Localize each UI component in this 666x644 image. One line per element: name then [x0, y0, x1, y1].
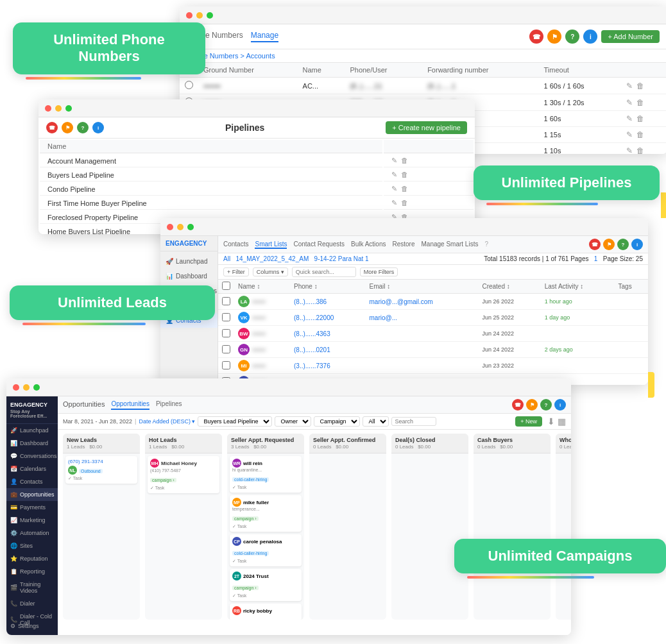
sidebar-item-payments[interactable]: 💳 Payments — [6, 501, 58, 514]
sidebar-item-sites[interactable]: 🌐 Sites — [6, 539, 58, 552]
row-checkbox[interactable] — [222, 297, 230, 305]
sidebar-item-launchpad[interactable]: 🚀Launchpad — [160, 254, 218, 269]
created-cell: Jun 23 2022 — [478, 358, 540, 374]
edit-icon[interactable]: ✎ — [391, 199, 397, 207]
edit-icon[interactable]: ✎ — [626, 114, 633, 123]
filter-btn[interactable]: + Filter — [223, 267, 249, 276]
sidebar-item-opportunities[interactable]: 💼 Opportunities — [6, 488, 58, 501]
phone-header-right: ☎ ⚑ ? i + Add Number — [529, 30, 660, 44]
opportunities-window: ENGAGENCY Stop Any Foreclosure Eff... 🚀 … — [6, 378, 571, 635]
delete-icon[interactable]: 🗑 — [401, 171, 408, 179]
card-phone: (410) 797-5487 — [150, 468, 217, 473]
pipeline-name-cell: Condo Pipeline — [40, 183, 382, 196]
col-meta: 1 Leads $0.00 — [67, 444, 136, 450]
row-checkbox[interactable] — [222, 345, 230, 353]
sidebar-item-settings[interactable]: ⚙ Settings — [6, 620, 43, 632]
timeout-cell: 1 60s / 1 60s — [539, 78, 622, 94]
sidebar-item-dashboard[interactable]: 📊 Dashboard — [6, 437, 58, 450]
add-number-button[interactable]: + Add Number — [601, 30, 660, 43]
row-checkbox[interactable] — [222, 329, 230, 337]
row-radio[interactable] — [185, 81, 193, 89]
edit-icon[interactable]: ✎ — [626, 146, 633, 154]
columns-btn[interactable]: Columns ▾ — [253, 267, 288, 276]
download-icon[interactable]: ⬇ — [547, 416, 555, 427]
edit-icon[interactable]: ✎ — [626, 81, 633, 90]
card-name: carole penalosa — [243, 539, 282, 545]
contacts-icon: 👤 — [10, 479, 17, 485]
sidebar-item-launchpad[interactable]: 🚀 Launchpad — [6, 424, 58, 437]
help-icon: ? — [484, 241, 488, 249]
opp-search-input[interactable] — [391, 417, 436, 426]
dashboard-icon: 📊 — [166, 273, 173, 280]
edit-icon[interactable]: ✎ — [391, 157, 397, 165]
minimize-dot — [23, 384, 30, 391]
marketing-icon: 📈 — [10, 517, 17, 523]
bubble-pipelines-text: Unlimited Pipelines — [502, 174, 632, 191]
delete-icon[interactable]: 🗑 — [401, 185, 408, 193]
quick-search-input[interactable] — [292, 267, 356, 277]
tab-contact-requests[interactable]: Contact Requests — [293, 241, 345, 249]
card-tag: cold-caller-hiring — [232, 551, 269, 555]
delete-icon[interactable]: 🗑 — [636, 146, 644, 154]
tab-contacts[interactable]: Contacts — [223, 241, 248, 249]
row-checkbox-cell — [218, 326, 234, 342]
delete-icon[interactable]: 🗑 — [401, 199, 408, 207]
sidebar-item-calendars[interactable]: 📅 Calendars — [6, 462, 58, 475]
tab-restore[interactable]: Restore — [392, 241, 414, 249]
edit-icon[interactable]: ✎ — [626, 98, 633, 107]
card-tag: campaign › — [232, 586, 259, 590]
tab-opportunities[interactable]: Opportunities — [111, 400, 149, 410]
tab-smart-lists[interactable]: Smart Lists — [255, 241, 287, 249]
delete-icon[interactable]: 🗑 — [636, 98, 644, 107]
edit-icon[interactable]: ✎ — [391, 171, 397, 179]
opp-tabs: Opportunities Opportunities Pipelines — [63, 400, 182, 410]
edit-icon[interactable]: ✎ — [626, 130, 633, 139]
sidebar-item-conversations[interactable]: 💬 Conversations — [6, 450, 58, 462]
tab-manage[interactable]: Manage — [251, 31, 278, 42]
contacts-main: Contacts Smart Lists Contact Requests Bu… — [218, 236, 648, 385]
sidebar-item-dashboard[interactable]: 📊Dashboard — [160, 269, 218, 284]
gradient-bar — [22, 323, 146, 325]
sidebar-item-reporting[interactable]: 📋 Reporting — [6, 565, 58, 578]
view-toggle-icon[interactable]: ▦ — [558, 416, 566, 427]
all-filter[interactable]: All — [363, 416, 389, 427]
row-checkbox[interactable] — [222, 361, 230, 369]
contacts-topbar-icons: ☎ ⚑ ? i — [589, 239, 643, 250]
campaign-filter[interactable]: Campaign — [314, 416, 360, 427]
col-timeout: Timeout — [539, 63, 622, 78]
avatar: VK — [238, 312, 250, 323]
pipeline-name-cell: Buyers Lead Pipeline — [40, 169, 382, 182]
create-pipeline-button[interactable]: + Create new pipeline — [386, 121, 467, 134]
delete-icon[interactable]: 🗑 — [636, 114, 644, 123]
created-cell: Jun 25 2022 — [478, 310, 540, 326]
sidebar-item-reputation[interactable]: ⭐ Reputation — [6, 552, 58, 565]
delete-icon[interactable]: 🗑 — [636, 81, 644, 90]
select-all-checkbox[interactable] — [222, 282, 230, 290]
card-task: ✓ Task — [68, 476, 135, 481]
owner-filter[interactable]: Owner — [275, 416, 311, 427]
avatar: LA — [238, 296, 250, 307]
card-phone: (670) 291-3374 — [68, 459, 135, 464]
row-checkbox[interactable] — [222, 313, 230, 321]
table-row: LA •••••• (8..)......386 mario@...@gmail… — [218, 294, 648, 310]
action-icons: ✎ 🗑 — [391, 171, 466, 179]
new-opportunity-button[interactable]: + New — [515, 416, 542, 427]
tab-bulk-actions[interactable]: Bulk Actions — [351, 241, 386, 249]
tab-manage-smart-lists[interactable]: Manage Smart Lists — [421, 241, 478, 249]
col-meta: 1 Leads $0.00 — [149, 444, 218, 450]
contact-name: •••••• — [252, 346, 266, 353]
action-icons: ✎🗑 — [626, 146, 662, 154]
delete-icon[interactable]: 🗑 — [401, 157, 408, 165]
delete-icon[interactable]: 🗑 — [636, 130, 644, 139]
sidebar-item-automation[interactable]: ⚙️ Automation — [6, 527, 58, 539]
sidebar-item-training-videos[interactable]: 🎬 Training Videos — [6, 578, 58, 597]
edit-icon[interactable]: ✎ — [391, 185, 397, 193]
sidebar-item-dialer[interactable]: 📞 Dialer — [6, 597, 58, 610]
more-filters-btn[interactable]: More Filters — [360, 267, 398, 276]
tab-pipelines[interactable]: Pipelines — [156, 400, 182, 410]
col-header-new-leads: New Leads 1 Leads $0.00 — [63, 434, 140, 453]
col-tags: Tags — [615, 280, 648, 294]
sidebar-item-marketing[interactable]: 📈 Marketing — [6, 514, 58, 527]
sidebar-item-contacts[interactable]: 👤 Contacts — [6, 475, 58, 488]
pipeline-filter[interactable]: Buyers Lead Pipeline — [198, 416, 272, 427]
